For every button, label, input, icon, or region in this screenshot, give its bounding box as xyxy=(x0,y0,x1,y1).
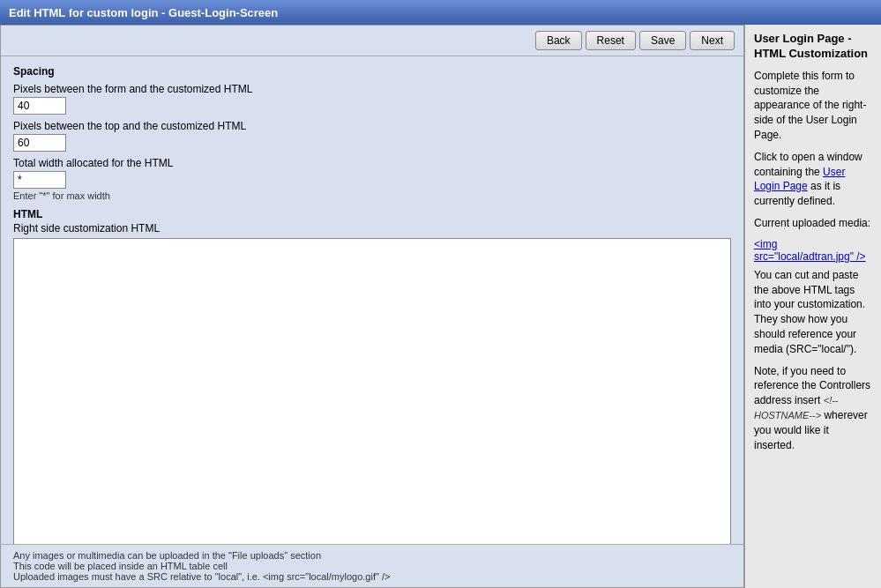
pixels-top-input[interactable] xyxy=(13,134,66,152)
save-button[interactable]: Save xyxy=(639,31,686,50)
toolbar: Back Reset Save Next xyxy=(1,26,743,56)
footer-notes: Any images or multimedia can be uploaded… xyxy=(1,544,743,587)
sidebar-para3: You can cut and paste the above HTML tag… xyxy=(754,268,872,357)
spacing-section-title: Spacing xyxy=(13,65,731,78)
title-bar: Edit HTML for custom login - Guest-Login… xyxy=(0,0,881,25)
footer-line1: Any images or multimedia can be uploaded… xyxy=(13,550,731,561)
main-layout: Back Reset Save Next Spacing Pixels betw… xyxy=(0,25,881,588)
sidebar-para2-prefix: Click to open a window containing the xyxy=(754,151,862,178)
left-panel: Back Reset Save Next Spacing Pixels betw… xyxy=(0,25,744,588)
total-width-label: Total width allocated for the HTML xyxy=(13,157,731,169)
right-panel: User Login Page - HTML Customization Com… xyxy=(744,25,881,588)
sidebar-para1: Complete this form to customize the appe… xyxy=(754,69,872,143)
reset-button[interactable]: Reset xyxy=(586,31,636,50)
html-textarea[interactable] xyxy=(13,238,731,544)
pixels-top-label: Pixels between the top and the customize… xyxy=(13,120,731,132)
sidebar-para2: Click to open a window containing the Us… xyxy=(754,150,872,209)
footer-line2: This code will be placed inside an HTML … xyxy=(13,561,731,571)
next-button[interactable]: Next xyxy=(690,31,735,50)
sidebar-para4-prefix: Note, if you need to reference the Contr… xyxy=(754,365,870,407)
right-side-label: Right side customization HTML xyxy=(13,222,731,234)
pixels-form-input[interactable] xyxy=(13,97,66,115)
title-text: Edit HTML for custom login - Guest-Login… xyxy=(9,6,278,19)
form-area: Spacing Pixels between the form and the … xyxy=(1,56,743,544)
footer-line3: Uploaded images must have a SRC relative… xyxy=(13,571,731,582)
back-button[interactable]: Back xyxy=(535,31,582,50)
total-width-input[interactable] xyxy=(13,171,66,189)
pixels-form-label: Pixels between the form and the customiz… xyxy=(13,83,731,95)
current-media-label: Current uploaded media: xyxy=(754,216,872,231)
media-tag-link[interactable]: <img src="local/adtran.jpg" /> xyxy=(754,238,872,263)
html-section-title: HTML xyxy=(13,208,731,220)
sidebar-title: User Login Page - HTML Customization xyxy=(754,32,872,62)
hint-max-width: Enter "*" for max width xyxy=(13,190,731,201)
sidebar-para4: Note, if you need to reference the Contr… xyxy=(754,364,872,453)
